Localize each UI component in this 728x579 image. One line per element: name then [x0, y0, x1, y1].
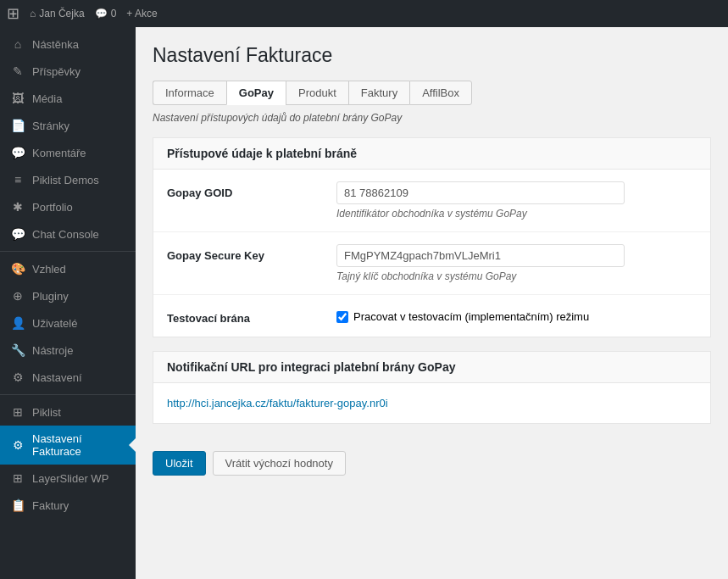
- komentare-icon: 💬: [10, 146, 25, 159]
- tab-produkt[interactable]: Produkt: [286, 81, 348, 105]
- layerslider-icon: ⊞: [10, 471, 25, 485]
- sidebar-divider: [0, 251, 136, 252]
- stranky-icon: 📄: [10, 119, 25, 132]
- nastaveni-fakturace-icon: ⚙: [10, 438, 25, 452]
- sidebar-label-nastroje: Nástroje: [32, 344, 73, 357]
- section-access-credentials: Přístupové údaje k platební bráně Gopay …: [153, 137, 711, 337]
- section-header-2: Notifikační URL pro integraci platební b…: [153, 352, 710, 383]
- sidebar: ⌂Nástěnka✎Příspěvky🖼Média📄Stránky💬Koment…: [0, 27, 136, 579]
- piklist-demos-icon: ≡: [10, 173, 25, 187]
- sidebar-item-portfolio[interactable]: ✱Portfolio: [0, 193, 136, 220]
- sidebar-label-pluginy: Pluginy: [32, 290, 69, 303]
- sidebar-item-stranky[interactable]: 📄Stránky: [0, 112, 136, 139]
- sidebar-divider: [0, 394, 136, 395]
- sidebar-item-pluginy[interactable]: ⊕Pluginy: [0, 282, 136, 309]
- form-actions: Uložit Vrátit výchozí hodnoty: [153, 437, 711, 482]
- tab-description: Nastavení přístupových údajů do platební…: [153, 112, 711, 124]
- tab-affilbox[interactable]: AffilBox: [409, 81, 472, 105]
- sidebar-item-piklist[interactable]: ⊞Piklist: [0, 398, 136, 426]
- active-arrow: [129, 438, 136, 452]
- chat-console-icon: 💬: [10, 227, 25, 241]
- form-row-gopay-secure-key: Gopay Secure KeyTajný klíč obchodníka v …: [153, 232, 710, 295]
- sidebar-item-vzhled[interactable]: 🎨Vzhled: [0, 255, 136, 282]
- comments-menu[interactable]: 💬 0: [95, 8, 117, 19]
- sidebar-label-nastenkа: Nástěnka: [32, 38, 79, 51]
- sidebar-item-media[interactable]: 🖼Média: [0, 85, 136, 112]
- sidebar-label-stranky: Stránky: [32, 120, 69, 132]
- sidebar-item-uzivatele[interactable]: 👤Uživatelé: [0, 309, 136, 337]
- main-layout: ⌂Nástěnka✎Příspěvky🖼Média📄Stránky💬Koment…: [0, 27, 728, 579]
- comments-icon: 💬: [95, 8, 108, 19]
- sidebar-item-prispevky[interactable]: ✎Příspěvky: [0, 58, 136, 85]
- user-icon: ⌂: [30, 8, 36, 19]
- topbar: ⊞ ⌂ Jan Čejka 💬 0 + Akce: [0, 0, 728, 27]
- field-label-testovaci-brana: Testovací brána: [167, 307, 336, 325]
- sidebar-label-nastaveni: Nastavení: [32, 371, 82, 384]
- sidebar-item-nastroje[interactable]: 🔧Nástroje: [0, 337, 136, 364]
- wp-logo[interactable]: ⊞: [7, 4, 19, 23]
- pluginy-icon: ⊕: [10, 289, 25, 303]
- sidebar-label-uzivatele: Uživatelé: [32, 317, 77, 330]
- form-row-testovaci-brana: Testovací bránaPracovat v testovacím (im…: [153, 295, 710, 337]
- sidebar-item-komentare[interactable]: 💬Komentáře: [0, 139, 136, 166]
- tab-informace[interactable]: Informace: [153, 81, 226, 105]
- input-gopay-secure-key[interactable]: [336, 244, 625, 267]
- vzhled-icon: 🎨: [10, 262, 25, 276]
- checkbox-row-testovaci-brana: Pracovat v testovacím (implementačním) r…: [336, 307, 697, 323]
- uzivatele-icon: 👤: [10, 316, 25, 330]
- sidebar-label-faktury: Faktury: [32, 499, 69, 512]
- user-menu[interactable]: ⌂ Jan Čejka: [30, 8, 85, 19]
- prispevky-icon: ✎: [10, 64, 25, 78]
- field-container-testovaci-brana: Pracovat v testovacím (implementačním) r…: [336, 307, 697, 323]
- field-label-gopay-goid: Gopay GOID: [167, 181, 336, 199]
- section-title-2: Notifikační URL pro integraci platební b…: [167, 360, 455, 374]
- section-title-1: Přístupové údaje k platební bráně: [167, 147, 357, 160]
- sidebar-label-komentare: Komentáře: [32, 147, 86, 159]
- tab-faktury[interactable]: Faktury: [348, 81, 409, 105]
- sidebar-item-piklist-demos[interactable]: ≡Piklist Demos: [0, 166, 136, 193]
- tab-gopay[interactable]: GoPay: [226, 81, 286, 105]
- field-container-gopay-goid: Identifikátor obchodníka v systému GoPay: [336, 181, 697, 220]
- sidebar-label-portfolio: Portfolio: [32, 201, 73, 214]
- content-area: Nastavení Fakturace InformaceGoPayProduk…: [136, 27, 728, 579]
- sidebar-item-chat-console[interactable]: 💬Chat Console: [0, 220, 136, 248]
- section-notification-url: Notifikační URL pro integraci platební b…: [153, 351, 711, 424]
- field-label-gopay-secure-key: Gopay Secure Key: [167, 244, 336, 262]
- comments-count: 0: [111, 8, 117, 19]
- input-gopay-goid[interactable]: [336, 181, 625, 204]
- sidebar-item-nastaveni-fakturace[interactable]: ⚙Nastavení Fakturace: [0, 426, 136, 465]
- faktury-icon: 📋: [10, 498, 25, 512]
- section-header-1: Přístupové údaje k platební bráně: [153, 138, 710, 170]
- field-hint-gopay-secure-key: Tajný klíč obchodníka v systému GoPay: [336, 270, 697, 282]
- sidebar-label-vzhled: Vzhled: [32, 263, 66, 276]
- field-container-gopay-secure-key: Tajný klíč obchodníka v systému GoPay: [336, 244, 697, 282]
- sidebar-item-layerslider[interactable]: ⊞LayerSlider WP: [0, 465, 136, 492]
- sidebar-item-faktury[interactable]: 📋Faktury: [0, 492, 136, 519]
- field-hint-gopay-goid: Identifikátor obchodníka v systému GoPay: [336, 208, 697, 220]
- user-name: Jan Čejka: [39, 8, 84, 19]
- save-button[interactable]: Uložit: [153, 451, 206, 476]
- sidebar-label-prispevky: Příspěvky: [32, 65, 81, 78]
- notification-url-value: http://hci.jancejka.cz/faktu/fakturer-go…: [153, 383, 710, 423]
- sidebar-label-media: Média: [32, 92, 62, 105]
- tabs: InformaceGoPayProduktFakturyAffilBox: [153, 81, 711, 105]
- reset-button[interactable]: Vrátit výchozí hodnoty: [213, 451, 346, 476]
- sidebar-label-piklist-demos: Piklist Demos: [32, 174, 99, 187]
- nastaveni-icon: ⚙: [10, 370, 25, 384]
- nastenkа-icon: ⌂: [10, 37, 25, 51]
- piklist-icon: ⊞: [10, 405, 25, 419]
- form-row-gopay-goid: Gopay GOIDIdentifikátor obchodníka v sys…: [153, 170, 710, 232]
- media-icon: 🖼: [10, 92, 25, 105]
- sidebar-item-nastenkа[interactable]: ⌂Nástěnka: [0, 31, 136, 58]
- sidebar-item-nastaveni[interactable]: ⚙Nastavení: [0, 364, 136, 391]
- sidebar-label-piklist: Piklist: [32, 406, 61, 419]
- sidebar-label-layerslider: LayerSlider WP: [32, 472, 108, 485]
- new-action[interactable]: + Akce: [126, 8, 157, 19]
- checkbox-testovaci-brana[interactable]: [336, 311, 348, 323]
- sidebar-label-chat-console: Chat Console: [32, 228, 99, 241]
- nastroje-icon: 🔧: [10, 343, 25, 357]
- page-title: Nastavení Fakturace: [153, 44, 711, 67]
- portfolio-icon: ✱: [10, 200, 25, 214]
- sidebar-label-nastaveni-fakturace: Nastavení Fakturace: [32, 432, 125, 458]
- section-body-1: Gopay GOIDIdentifikátor obchodníka v sys…: [153, 170, 710, 337]
